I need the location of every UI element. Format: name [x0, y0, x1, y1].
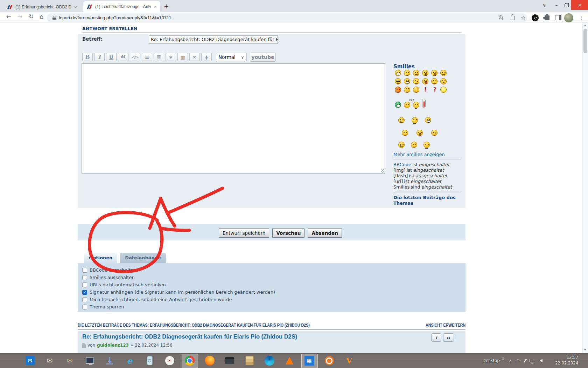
reload-icon[interactable]: ↻ [27, 12, 36, 21]
italic-icon[interactable]: I [94, 53, 105, 61]
checkbox[interactable] [82, 297, 87, 302]
post-author-link[interactable]: guidolenz123 [97, 343, 129, 348]
taskbar-slot[interactable] [200, 353, 219, 368]
link-icon[interactable]: ∞ [189, 53, 200, 61]
smiley-icon[interactable] [398, 117, 405, 123]
tab-search-chevron-icon[interactable]: ∨ [539, 0, 550, 10]
start-icon[interactable] [6, 357, 14, 364]
lock-icon[interactable] [52, 16, 56, 20]
smiley-icon[interactable] [440, 87, 447, 93]
sidebar-icon[interactable] [554, 13, 563, 22]
window-close-button[interactable]: × [571, 0, 588, 10]
mail-tile-icon[interactable]: ✉ [26, 356, 35, 365]
tab-close-icon[interactable]: × [154, 4, 157, 9]
smiley-icon[interactable] [416, 130, 423, 136]
list-ordered-icon[interactable]: ≣ [154, 53, 164, 61]
taskbar-slot[interactable] [219, 353, 239, 368]
option-row[interactable]: Thema sperren [82, 303, 275, 311]
taskbar-slot[interactable]: ✉ [20, 353, 40, 368]
forward-icon[interactable]: → [15, 12, 24, 21]
youtube-button[interactable]: youtube [250, 53, 276, 62]
form-action-button[interactable]: Absenden [308, 229, 342, 238]
option-row[interactable]: URLs nicht automatisch verlinken [82, 281, 275, 288]
smiley-icon[interactable] [395, 87, 401, 93]
chrome-icon[interactable] [185, 356, 195, 366]
taskbar-slot[interactable] [140, 353, 160, 368]
window-minimize-button[interactable]: – [552, 0, 561, 10]
profile-avatar[interactable] [564, 13, 573, 22]
photos-icon[interactable]: ▦ [304, 356, 314, 366]
edge-icon[interactable] [265, 356, 274, 366]
v-app-icon[interactable]: V [346, 356, 352, 365]
taskbar-slot[interactable] [259, 353, 279, 368]
checkbox[interactable] [82, 305, 87, 309]
taskbar-clock[interactable]: 12:57 22.02.2024 [555, 355, 578, 366]
url-text[interactable]: lepori.de/forum/posting.php?mode=reply&f… [59, 15, 172, 20]
new-tab-button[interactable]: + [164, 3, 169, 10]
media-player-icon[interactable] [325, 356, 334, 365]
message-icon[interactable]: ✉ [65, 356, 75, 365]
taskbar-slot[interactable] [319, 353, 339, 368]
asterisk-icon[interactable]: ∗ [166, 53, 176, 61]
taskbar-slot[interactable]: ✉ [40, 353, 60, 368]
checkbox[interactable] [82, 268, 87, 273]
form-action-button[interactable]: Entwurf speichern [219, 229, 269, 238]
color-icon[interactable]: ⧫ [201, 53, 212, 61]
smiley-icon[interactable] [413, 78, 419, 84]
browser-tab-2-active[interactable]: (1) Leichtkraftfahrzeuge - Antwor × [83, 1, 160, 12]
extension-e-icon[interactable]: e [531, 13, 540, 22]
smiley-icon[interactable] [422, 70, 428, 76]
quote-icon[interactable]: “ [118, 53, 128, 61]
taskbar-slot[interactable] [279, 353, 299, 368]
smiley-icon[interactable] [413, 70, 419, 76]
smiley-icon[interactable] [431, 87, 438, 93]
remote-desktop-icon[interactable] [86, 357, 94, 364]
network-icon[interactable] [530, 359, 534, 362]
image-icon[interactable]: ▦ [177, 53, 188, 61]
taskbar-slot[interactable]: ✂ [160, 353, 180, 368]
taskbar-slot[interactable]: ▦ [299, 353, 319, 368]
taskbar-slot[interactable]: ✉ [60, 353, 80, 368]
flag-icon[interactable]: ⚐ [516, 358, 520, 363]
internet-explorer-icon[interactable]: e [127, 356, 132, 366]
taskbar-slot[interactable] [80, 353, 100, 368]
downloads-icon[interactable]: ↓ [106, 357, 113, 364]
bookmark-star-icon[interactable]: ☆ [519, 13, 528, 22]
form-action-button[interactable]: Vorschau [272, 229, 304, 238]
smiley-icon[interactable] [395, 102, 401, 108]
list-bullet-icon[interactable]: ≡ [142, 53, 152, 61]
taskbar-slot[interactable] [239, 353, 259, 368]
smiley-icon[interactable] [431, 78, 438, 84]
options-tab[interactable]: Dateianhänge [120, 253, 166, 263]
printer-icon[interactable] [225, 357, 234, 364]
checkbox[interactable] [82, 282, 87, 287]
checkbox[interactable] [82, 290, 87, 295]
options-tab[interactable]: Optionen [84, 253, 117, 263]
desktop-toolbar-label[interactable]: Desktop [482, 358, 500, 363]
file-cabinet-icon[interactable] [245, 356, 254, 365]
taskbar-slot[interactable] [0, 353, 20, 368]
smiley-icon[interactable] [398, 142, 405, 148]
snipping-tool-icon[interactable]: ✂ [165, 356, 174, 365]
taskbar-slot[interactable] [180, 353, 200, 368]
smiley-icon[interactable] [412, 117, 418, 123]
extensions-puzzle-icon[interactable] [542, 13, 552, 22]
smiley-icon[interactable] [411, 142, 417, 148]
volume-icon[interactable] [538, 359, 542, 362]
post-quote-button[interactable]: “ [443, 333, 454, 342]
live-mail-icon[interactable]: ✉ [46, 356, 55, 365]
smiley-icon[interactable] [422, 78, 428, 84]
smiley-icon[interactable] [422, 87, 428, 93]
subject-input[interactable]: Re: Erfahungsbericht: ODB2 Diagnosegerät… [149, 35, 278, 44]
smiley-icon[interactable] [413, 102, 419, 108]
scrollbar-thumb[interactable] [583, 29, 587, 53]
smiley-icon[interactable] [440, 70, 447, 76]
smiley-icon[interactable] [404, 70, 410, 76]
font-size-select[interactable]: Normal ∨ [216, 53, 246, 61]
message-textarea[interactable] [82, 63, 385, 173]
post-title-link[interactable]: Re: Erfahungsbericht: ODB2 Diagnosegerät… [82, 333, 297, 340]
taskbar-slot[interactable]: V [339, 353, 359, 368]
back-icon[interactable]: ← [4, 12, 13, 21]
checkbox[interactable] [82, 275, 87, 280]
vlc-icon[interactable] [286, 357, 293, 364]
